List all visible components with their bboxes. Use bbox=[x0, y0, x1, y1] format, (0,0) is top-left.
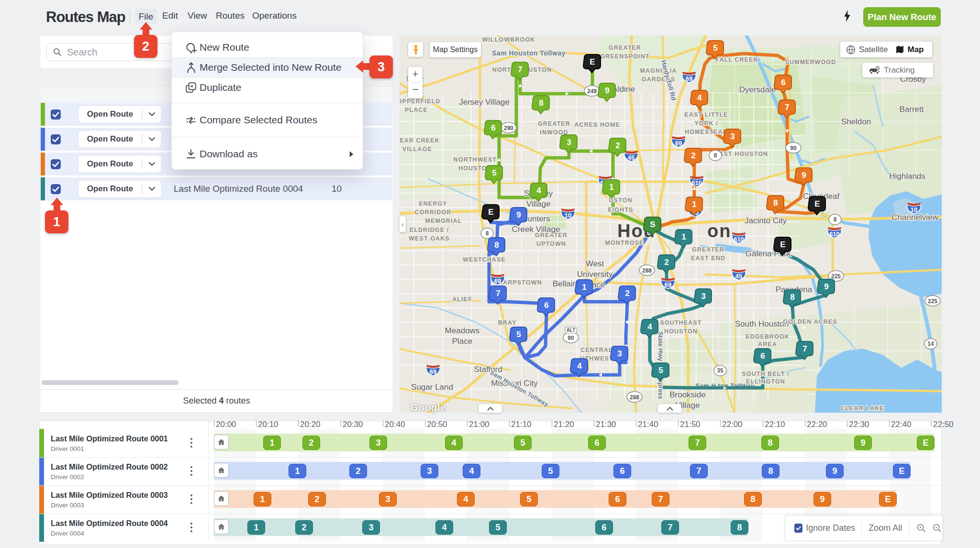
svg-text:WESTCHASE: WESTCHASE bbox=[463, 256, 506, 263]
svg-text:7: 7 bbox=[785, 103, 789, 112]
svg-text:10: 10 bbox=[565, 212, 571, 219]
svg-text:4: 4 bbox=[577, 362, 582, 371]
svg-text:8: 8 bbox=[494, 241, 499, 250]
svg-text:South Houston: South Houston bbox=[735, 319, 789, 329]
svg-text:MAGNOLIA: MAGNOLIA bbox=[640, 67, 677, 74]
svg-text:6: 6 bbox=[781, 78, 785, 87]
svg-text:249: 249 bbox=[587, 88, 597, 95]
svg-text:HOUSTON: HOUSTON bbox=[664, 328, 698, 335]
svg-text:8: 8 bbox=[834, 216, 837, 223]
svg-text:ENERGY: ENERGY bbox=[419, 200, 447, 207]
svg-text:AREA: AREA bbox=[758, 341, 777, 348]
svg-text:8: 8 bbox=[790, 293, 794, 302]
svg-text:E: E bbox=[488, 208, 493, 217]
svg-text:BEAR CREEK: BEAR CREEK bbox=[400, 137, 440, 144]
svg-text:ELDRIDGE /: ELDRIDGE / bbox=[410, 227, 449, 233]
svg-text:Dyersdale: Dyersdale bbox=[739, 85, 776, 94]
svg-text:Sheldon: Sheldon bbox=[841, 117, 871, 126]
svg-text:9: 9 bbox=[516, 210, 521, 219]
svg-text:225: 225 bbox=[831, 273, 841, 280]
svg-text:45: 45 bbox=[735, 273, 742, 280]
svg-text:225: 225 bbox=[928, 298, 937, 305]
svg-text:E: E bbox=[590, 57, 595, 66]
svg-text:6: 6 bbox=[760, 351, 765, 361]
svg-text:7: 7 bbox=[496, 289, 500, 298]
svg-text:10: 10 bbox=[911, 206, 917, 213]
svg-text:69: 69 bbox=[675, 140, 682, 147]
svg-text:ALT: ALT bbox=[567, 328, 576, 333]
svg-text:EAST LITTLE: EAST LITTLE bbox=[684, 111, 728, 118]
svg-text:E: E bbox=[814, 199, 820, 208]
svg-text:69: 69 bbox=[665, 281, 671, 288]
svg-text:S: S bbox=[650, 220, 655, 229]
svg-text:3: 3 bbox=[701, 292, 705, 301]
svg-text:Brookside: Brookside bbox=[669, 390, 706, 399]
svg-text:West: West bbox=[586, 259, 604, 268]
svg-text:SOUTH BELT /: SOUTH BELT / bbox=[742, 371, 789, 377]
svg-text:Place: Place bbox=[452, 337, 473, 346]
svg-text:ACRES HOME: ACRES HOME bbox=[574, 121, 620, 128]
svg-text:90: 90 bbox=[568, 335, 574, 341]
svg-text:6: 6 bbox=[491, 123, 495, 132]
svg-text:2: 2 bbox=[664, 258, 668, 267]
svg-text:ALIEF: ALIEF bbox=[452, 296, 472, 303]
svg-text:GOLDEN ACRES: GOLDEN ACRES bbox=[783, 318, 837, 325]
svg-text:8: 8 bbox=[714, 152, 717, 159]
svg-text:14: 14 bbox=[927, 340, 934, 347]
svg-text:GREENSPOINT: GREENSPOINT bbox=[600, 53, 649, 60]
svg-text:9: 9 bbox=[605, 86, 609, 95]
svg-text:University: University bbox=[577, 270, 613, 279]
svg-text:5: 5 bbox=[492, 168, 496, 177]
svg-text:7: 7 bbox=[518, 65, 522, 74]
svg-text:CORRIDOR: CORRIDOR bbox=[415, 209, 452, 216]
svg-text:Sam H ton Tollway: Sam H ton Tollway bbox=[695, 382, 754, 389]
svg-text:WILLOWBROOK: WILLOWBROOK bbox=[482, 36, 535, 43]
svg-text:Sam Houston Tollway: Sam Houston Tollway bbox=[492, 49, 566, 57]
svg-text:1: 1 bbox=[609, 183, 613, 192]
svg-text:Creek Village: Creek Village bbox=[512, 225, 560, 234]
svg-text:4: 4 bbox=[697, 93, 702, 102]
svg-text:GREATER: GREATER bbox=[609, 44, 641, 51]
svg-text:8: 8 bbox=[539, 99, 543, 108]
svg-text:69: 69 bbox=[494, 277, 501, 285]
svg-text:SOUTHEAST: SOUTHEAST bbox=[660, 319, 702, 326]
svg-text:8: 8 bbox=[486, 230, 489, 237]
svg-text:4: 4 bbox=[536, 186, 541, 195]
svg-text:9: 9 bbox=[824, 282, 828, 291]
svg-text:1: 1 bbox=[692, 200, 696, 209]
svg-text:Channelview: Channelview bbox=[891, 213, 938, 222]
svg-text:GREATER: GREATER bbox=[538, 121, 570, 127]
svg-text:3: 3 bbox=[567, 138, 571, 147]
svg-text:UPTOWN: UPTOWN bbox=[536, 241, 566, 247]
svg-text:NORTHWEST: NORTHWEST bbox=[454, 156, 497, 163]
svg-text:8: 8 bbox=[773, 198, 778, 208]
svg-text:HOMESTEAD: HOMESTEAD bbox=[685, 129, 728, 135]
svg-text:45: 45 bbox=[628, 154, 635, 161]
svg-text:5: 5 bbox=[658, 366, 663, 375]
svg-text:Sugar Land: Sugar Land bbox=[411, 383, 453, 392]
svg-text:610: 610 bbox=[734, 236, 744, 243]
svg-text:Highlands: Highlands bbox=[889, 172, 925, 181]
svg-text:FALL CREEK: FALL CREEK bbox=[715, 56, 758, 63]
svg-text:COPPERFIELD: COPPERFIELD bbox=[400, 98, 441, 105]
svg-text:PLACE: PLACE bbox=[405, 107, 428, 113]
svg-text:288: 288 bbox=[630, 394, 639, 401]
svg-text:CENTRAL: CENTRAL bbox=[580, 347, 612, 353]
svg-text:YORK /: YORK / bbox=[694, 120, 718, 127]
svg-text:EDGEBROOK: EDGEBROOK bbox=[746, 333, 790, 340]
svg-text:35: 35 bbox=[717, 367, 724, 374]
svg-text:9: 9 bbox=[802, 171, 806, 180]
svg-text:MEMORIAL: MEMORIAL bbox=[425, 218, 462, 224]
svg-text:Jacinto City: Jacinto City bbox=[745, 216, 787, 225]
svg-text:E: E bbox=[780, 240, 785, 249]
svg-text:90: 90 bbox=[790, 145, 797, 152]
svg-text:Jersey Village: Jersey Village bbox=[459, 98, 510, 107]
svg-text:EIGHTS: EIGHTS bbox=[608, 207, 633, 213]
svg-text:EAST HOUSTON: EAST HOUSTON bbox=[714, 151, 768, 157]
svg-text:2: 2 bbox=[625, 289, 629, 298]
svg-text:290: 290 bbox=[504, 125, 513, 132]
svg-text:6: 6 bbox=[544, 301, 548, 310]
svg-text:1: 1 bbox=[681, 232, 686, 241]
svg-text:WEST OAKS: WEST OAKS bbox=[409, 235, 450, 242]
svg-text:69: 69 bbox=[686, 75, 692, 82]
